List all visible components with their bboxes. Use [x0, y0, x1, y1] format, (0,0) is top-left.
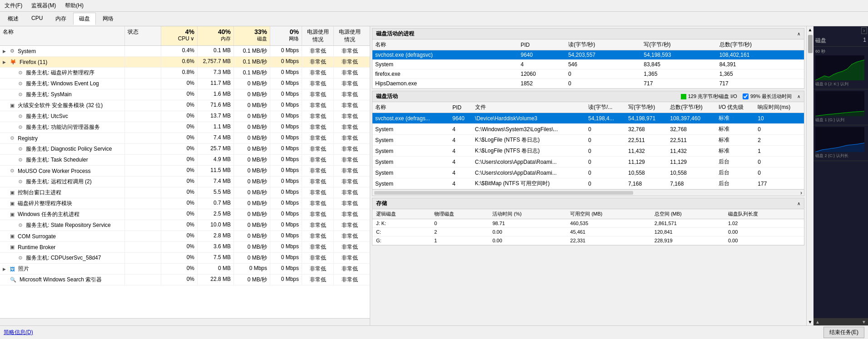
end-task-button[interactable]: 结束任务(E) [823, 327, 864, 338]
storage-col-header[interactable]: 活动时间 (%) [489, 209, 566, 219]
summary-link[interactable]: 简略信息(D) [4, 329, 33, 336]
tab-cpu[interactable]: CPU [25, 13, 49, 25]
table-row[interactable]: System 4 K:\$BitMap (NTFS 可用空间时) 0 7,168… [372, 178, 804, 189]
table-row[interactable]: ⚙ MoUSO Core Worker Process 0% 11.5 MB 0… [0, 166, 370, 177]
col-header-power2[interactable]: 电源使用情况 [334, 26, 366, 45]
table-row[interactable]: J: K: 0 98.71 460,535 2,861,571 1.02 [372, 219, 804, 228]
process-status [125, 264, 161, 274]
table-row[interactable]: ▣ Windows 任务的主机进程 0% 2.5 MB 0 MB/秒 0 Mbp… [0, 209, 370, 220]
storage-col-header[interactable]: 逻辑磁盘 [372, 209, 431, 219]
table-row[interactable]: firefox.exe 12060 0 1,365 1,365 [372, 69, 804, 79]
tab-overview[interactable]: 概述 [2, 13, 25, 25]
col-header-status[interactable]: 状态 [125, 26, 161, 45]
scroll-down-mini[interactable]: ▼ [862, 319, 866, 324]
scroll-track[interactable] [808, 33, 813, 319]
table-row[interactable]: ▶ 🦊 Firefox (11) 0.6% 2,757.7 MB 0.1 MB/… [0, 57, 370, 68]
right-vscroll[interactable]: ▲ ▼ [806, 26, 813, 325]
da-col-header[interactable]: 读(字节/... [585, 102, 625, 113]
table-row[interactable]: svchost.exe (defragsvc) 9640 54,203,557 … [372, 50, 804, 60]
da-hscroll[interactable]: › [372, 189, 804, 196]
table-row[interactable]: ▶ ⚙ System 0.4% 0.1 MB 0.1 MB/秒 0 Mbps 非… [0, 46, 370, 57]
table-row[interactable]: ⚙ 服务主机: Windows Event Log 0% 11.7 MB 0 M… [0, 79, 370, 89]
da-col-header[interactable]: I/O 优先级 [716, 102, 755, 113]
expand-icon[interactable]: ▶ [3, 49, 8, 54]
table-row[interactable]: System 4 546 83,845 84,391 [372, 60, 804, 69]
da-col-header[interactable]: 写(字节/秒) [625, 102, 667, 113]
tab-network[interactable]: 网络 [97, 13, 119, 25]
dap-col-header[interactable]: PID [518, 39, 565, 50]
da-col-header[interactable]: 总数(字节/秒) [667, 102, 716, 113]
table-row[interactable]: ▣ 控制台窗口主进程 0% 5.5 MB 0 MB/秒 0 Mbps 非常低 非… [0, 187, 370, 198]
process-cpu: 0% [161, 187, 198, 198]
storage-col-header[interactable]: 物理磁盘 [431, 209, 489, 219]
storage-col-header[interactable]: 磁盘队列长度 [724, 209, 804, 219]
tab-disk[interactable]: 磁盘 [73, 13, 96, 25]
scroll-right-btn[interactable]: › [800, 190, 804, 196]
table-row[interactable]: System 4 C:\Users\colors\AppData\Roami..… [372, 167, 804, 178]
storage-col-header[interactable]: 总空间 (MB) [651, 209, 724, 219]
scroll-up-mini[interactable]: ▲ [815, 319, 820, 324]
table-row[interactable]: ⚙ 服务主机: 远程过程调用 (2) 0% 7.4 MB 0 MB/秒 0 Mb… [0, 177, 370, 187]
da-col-header[interactable]: 响应时间(ms) [755, 102, 804, 113]
table-row[interactable]: C: 2 0.00 45,461 120,841 0.00 [372, 228, 804, 236]
da-col-header[interactable]: 名称 [372, 102, 450, 113]
max-time-checkbox[interactable] [743, 93, 749, 99]
col-header-net[interactable]: 0% 网络 [270, 26, 302, 45]
collapse-btn-2[interactable]: ∧ [797, 94, 800, 99]
da-response: 1 [755, 146, 804, 157]
process-icon: ⚙ [10, 48, 15, 54]
table-row[interactable]: ⚙ 服务主机: CDPUserSvc_58d47 0% 7.5 MB 0 MB/… [0, 253, 370, 264]
menu-help[interactable]: 帮助(H) [62, 1, 86, 10]
table-row[interactable]: ▣ Runtime Broker 0% 3.6 MB 0 MB/秒 0 Mbps… [0, 242, 370, 253]
table-row[interactable]: ⚙ 服务主机: 磁盘碎片整理程序 0.8% 7.3 MB 0.1 MB/秒 0 … [0, 68, 370, 79]
table-row[interactable]: HipsDaemon.exe 1852 0 717 717 [372, 79, 804, 88]
table-row[interactable]: System 4 K:\$LogFile (NTFS 卷日志) 0 22,511… [372, 135, 804, 146]
table-row[interactable]: ▣ COM Surrogate 0% 2.8 MB 0 MB/秒 0 Mbps … [0, 231, 370, 242]
expand-icon[interactable]: ▶ [3, 267, 8, 271]
table-row[interactable]: ⚙ 服务主机: Diagnostic Policy Service 0% 25.… [0, 144, 370, 155]
table-row[interactable]: System 4 C:\Windows\System32\LogFiles\..… [372, 124, 804, 135]
table-row[interactable]: ⚙ Registry 0% 7.4 MB 0 MB/秒 0 Mbps 非常低 非… [0, 133, 370, 144]
col-header-power1[interactable]: 电源使用情况 [302, 26, 334, 45]
process-status [125, 144, 161, 154]
storage-col-header[interactable]: 可用空间 (MB) [566, 209, 651, 219]
process-mem: 7.5 MB [198, 253, 234, 263]
collapse-btn-3[interactable]: ∧ [797, 201, 800, 206]
table-row[interactable]: svchost.exe (defrags... 9640 \Device\Har… [372, 113, 804, 124]
tab-memory[interactable]: 内存 [50, 13, 72, 25]
table-row[interactable]: ▶ 🖼 照片 0% 0 MB 0 Mbps 0 Mbps 非常低 非常低 [0, 264, 370, 275]
process-net: 0 Mbps [270, 209, 302, 220]
expand-icon[interactable]: ▶ [3, 60, 8, 64]
table-row[interactable]: System 4 C:\Users\colors\AppData\Roami..… [372, 157, 804, 167]
expand-charts-btn[interactable]: › [861, 27, 867, 34]
scroll-up-btn[interactable]: ▲ [807, 26, 813, 33]
dap-col-header[interactable]: 写(字节/秒) [641, 39, 716, 50]
menu-file[interactable]: 文件(F) [2, 1, 25, 10]
dap-col-header[interactable]: 名称 [372, 39, 518, 50]
da-col-header[interactable]: 文件 [472, 102, 585, 113]
mini-chart-vscroll[interactable]: ▲ ▼ [813, 318, 868, 325]
disk-activity-table-wrap[interactable]: 名称PID文件读(字节/...写(字节/秒)总数(字节/秒)I/O 优先级响应时… [372, 102, 804, 189]
table-row[interactable]: ▣ 磁盘碎片整理程序模块 0% 0.7 MB 0 MB/秒 0 Mbps 非常低… [0, 198, 370, 209]
table-row[interactable]: ⚙ 服务主机: SysMain 0% 1.6 MB 0 MB/秒 0 Mbps … [0, 89, 370, 100]
col-header-mem[interactable]: 40% 内存 [198, 26, 234, 45]
col-header-name[interactable]: 名称 [0, 26, 125, 45]
table-row[interactable]: ⚙ 服务主机: 功能访问管理器服务 0% 1.1 MB 0 MB/秒 0 Mbp… [0, 122, 370, 133]
table-row[interactable]: ⚙ 服务主机: State Repository Service 0% 10.0… [0, 220, 370, 231]
dap-col-header[interactable]: 总数(字节/秒) [717, 39, 804, 50]
col-header-disk[interactable]: 33% 磁盘 [234, 26, 270, 45]
process-power1: 非常低 [302, 89, 334, 100]
table-row[interactable]: ⚙ 服务主机: Task Scheduler 0% 4.9 MB 0 MB/秒 … [0, 155, 370, 166]
dap-col-header[interactable]: 读(字节/秒) [565, 39, 641, 50]
table-row[interactable]: ⚙ 服务主机: UtcSvc 0% 13.7 MB 0 MB/秒 0 Mbps … [0, 111, 370, 122]
scroll-down-btn[interactable]: ▼ [807, 319, 813, 325]
collapse-btn-1[interactable]: ∧ [797, 31, 800, 36]
table-row[interactable]: System 4 K:\$LogFile (NTFS 卷日志) 0 11,432… [372, 146, 804, 157]
table-row[interactable]: G: 1 0.00 22,331 228,919 0.00 [372, 236, 804, 245]
menu-monitor[interactable]: 监视器(M) [29, 1, 59, 10]
table-row[interactable]: 🔍 Microsoft Windows Search 索引器 0% 22.8 M… [0, 275, 370, 285]
table-row[interactable]: ▣ 火绒安全软件 安全服务模块 (32 位) 0% 71.6 MB 0 MB/秒… [0, 100, 370, 111]
col-header-cpu[interactable]: 4% CPU ∨ [161, 26, 198, 45]
horizontal-scrollbar[interactable] [0, 318, 370, 325]
da-col-header[interactable]: PID [450, 102, 472, 113]
